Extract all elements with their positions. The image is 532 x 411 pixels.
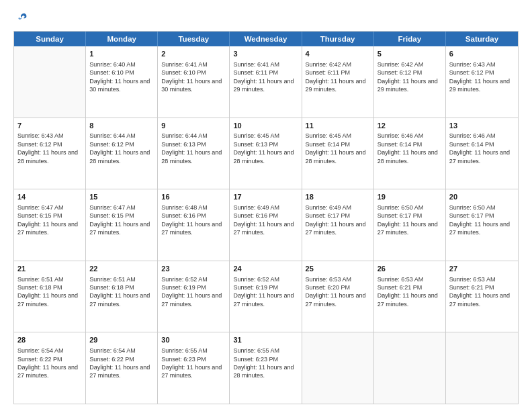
day-number: 27 <box>449 264 515 274</box>
calendar-body: 1Sunrise: 6:40 AM Sunset: 6:10 PM Daylig… <box>14 46 518 404</box>
day-info: Sunrise: 6:47 AM Sunset: 6:15 PM Dayligh… <box>17 203 82 237</box>
weekday-header-saturday: Saturday <box>446 32 518 46</box>
day-number: 13 <box>449 121 515 131</box>
day-info: Sunrise: 6:53 AM Sunset: 6:20 PM Dayligh… <box>306 275 370 309</box>
day-number: 19 <box>378 192 442 202</box>
day-cell-8: 8Sunrise: 6:44 AM Sunset: 6:12 PM Daylig… <box>86 118 158 189</box>
day-number: 11 <box>306 121 370 131</box>
day-number: 31 <box>233 335 298 345</box>
day-number: 15 <box>89 192 154 202</box>
day-cell-1: 1Sunrise: 6:40 AM Sunset: 6:10 PM Daylig… <box>86 46 158 118</box>
day-cell-10: 10Sunrise: 6:45 AM Sunset: 6:13 PM Dayli… <box>230 118 302 189</box>
day-info: Sunrise: 6:55 AM Sunset: 6:23 PM Dayligh… <box>161 347 226 380</box>
day-number: 14 <box>17 192 82 202</box>
day-number: 26 <box>378 264 442 274</box>
day-cell-3: 3Sunrise: 6:41 AM Sunset: 6:11 PM Daylig… <box>230 46 302 118</box>
day-cell-20: 20Sunrise: 6:50 AM Sunset: 6:17 PM Dayli… <box>446 189 518 261</box>
day-info: Sunrise: 6:42 AM Sunset: 6:11 PM Dayligh… <box>306 60 370 94</box>
empty-cell-r4c4 <box>302 332 374 404</box>
calendar-row-5: 28Sunrise: 6:54 AM Sunset: 6:22 PM Dayli… <box>14 332 518 404</box>
day-info: Sunrise: 6:50 AM Sunset: 6:17 PM Dayligh… <box>378 203 442 237</box>
day-cell-12: 12Sunrise: 6:46 AM Sunset: 6:14 PM Dayli… <box>374 118 446 189</box>
day-cell-9: 9Sunrise: 6:44 AM Sunset: 6:13 PM Daylig… <box>158 118 230 189</box>
empty-cell-r4c5 <box>374 332 446 404</box>
day-info: Sunrise: 6:46 AM Sunset: 6:14 PM Dayligh… <box>449 132 515 165</box>
day-info: Sunrise: 6:54 AM Sunset: 6:22 PM Dayligh… <box>89 347 154 380</box>
day-info: Sunrise: 6:45 AM Sunset: 6:14 PM Dayligh… <box>306 132 370 165</box>
day-number: 5 <box>378 49 442 59</box>
day-info: Sunrise: 6:47 AM Sunset: 6:15 PM Dayligh… <box>89 203 154 237</box>
day-number: 10 <box>233 121 298 131</box>
weekday-header-wednesday: Wednesday <box>230 32 302 46</box>
day-cell-26: 26Sunrise: 6:53 AM Sunset: 6:21 PM Dayli… <box>374 261 446 332</box>
day-cell-30: 30Sunrise: 6:55 AM Sunset: 6:23 PM Dayli… <box>158 332 230 404</box>
day-cell-23: 23Sunrise: 6:52 AM Sunset: 6:19 PM Dayli… <box>158 261 230 332</box>
day-info: Sunrise: 6:49 AM Sunset: 6:17 PM Dayligh… <box>306 203 370 237</box>
day-number: 22 <box>89 264 154 274</box>
day-info: Sunrise: 6:55 AM Sunset: 6:23 PM Dayligh… <box>233 347 298 380</box>
day-info: Sunrise: 6:45 AM Sunset: 6:13 PM Dayligh… <box>233 132 298 165</box>
day-info: Sunrise: 6:52 AM Sunset: 6:19 PM Dayligh… <box>161 275 226 309</box>
day-number: 9 <box>161 121 226 131</box>
day-info: Sunrise: 6:44 AM Sunset: 6:12 PM Dayligh… <box>89 132 154 165</box>
day-info: Sunrise: 6:43 AM Sunset: 6:12 PM Dayligh… <box>17 132 82 165</box>
day-cell-13: 13Sunrise: 6:46 AM Sunset: 6:14 PM Dayli… <box>446 118 518 189</box>
day-info: Sunrise: 6:48 AM Sunset: 6:16 PM Dayligh… <box>161 203 226 237</box>
day-info: Sunrise: 6:52 AM Sunset: 6:19 PM Dayligh… <box>233 275 298 309</box>
day-number: 18 <box>306 192 370 202</box>
day-number: 20 <box>449 192 515 202</box>
day-info: Sunrise: 6:42 AM Sunset: 6:12 PM Dayligh… <box>378 60 442 94</box>
day-cell-4: 4Sunrise: 6:42 AM Sunset: 6:11 PM Daylig… <box>302 46 374 118</box>
day-cell-17: 17Sunrise: 6:49 AM Sunset: 6:16 PM Dayli… <box>230 189 302 261</box>
weekday-header-friday: Friday <box>374 32 446 46</box>
calendar-header: SundayMondayTuesdayWednesdayThursdayFrid… <box>14 32 518 46</box>
day-cell-21: 21Sunrise: 6:51 AM Sunset: 6:18 PM Dayli… <box>14 261 86 332</box>
weekday-header-sunday: Sunday <box>14 32 86 46</box>
day-number: 1 <box>89 49 154 59</box>
page: SundayMondayTuesdayWednesdayThursdayFrid… <box>0 0 532 411</box>
calendar-row-4: 21Sunrise: 6:51 AM Sunset: 6:18 PM Dayli… <box>14 261 518 332</box>
day-number: 3 <box>233 49 298 59</box>
day-cell-15: 15Sunrise: 6:47 AM Sunset: 6:15 PM Dayli… <box>86 189 158 261</box>
empty-cell-r0c0 <box>14 46 86 118</box>
day-info: Sunrise: 6:40 AM Sunset: 6:10 PM Dayligh… <box>89 60 154 94</box>
empty-cell-r4c6 <box>446 332 518 404</box>
day-cell-29: 29Sunrise: 6:54 AM Sunset: 6:22 PM Dayli… <box>86 332 158 404</box>
day-number: 17 <box>233 192 298 202</box>
day-cell-5: 5Sunrise: 6:42 AM Sunset: 6:12 PM Daylig… <box>374 46 446 118</box>
day-number: 23 <box>161 264 226 274</box>
day-info: Sunrise: 6:51 AM Sunset: 6:18 PM Dayligh… <box>17 275 82 309</box>
day-info: Sunrise: 6:41 AM Sunset: 6:10 PM Dayligh… <box>161 60 226 94</box>
day-number: 28 <box>17 335 82 345</box>
weekday-header-thursday: Thursday <box>302 32 374 46</box>
day-number: 29 <box>89 335 154 345</box>
day-cell-24: 24Sunrise: 6:52 AM Sunset: 6:19 PM Dayli… <box>230 261 302 332</box>
day-cell-28: 28Sunrise: 6:54 AM Sunset: 6:22 PM Dayli… <box>14 332 86 404</box>
calendar-row-3: 14Sunrise: 6:47 AM Sunset: 6:15 PM Dayli… <box>14 189 518 261</box>
day-number: 12 <box>378 121 442 131</box>
day-info: Sunrise: 6:43 AM Sunset: 6:12 PM Dayligh… <box>449 60 515 94</box>
day-number: 16 <box>161 192 226 202</box>
day-number: 7 <box>17 121 82 131</box>
calendar-row-1: 1Sunrise: 6:40 AM Sunset: 6:10 PM Daylig… <box>14 46 518 118</box>
weekday-header-tuesday: Tuesday <box>158 32 230 46</box>
day-cell-19: 19Sunrise: 6:50 AM Sunset: 6:17 PM Dayli… <box>374 189 446 261</box>
day-info: Sunrise: 6:46 AM Sunset: 6:14 PM Dayligh… <box>378 132 442 165</box>
day-number: 25 <box>306 264 370 274</box>
day-cell-6: 6Sunrise: 6:43 AM Sunset: 6:12 PM Daylig… <box>446 46 518 118</box>
weekday-header-monday: Monday <box>86 32 158 46</box>
day-number: 24 <box>233 264 298 274</box>
day-cell-25: 25Sunrise: 6:53 AM Sunset: 6:20 PM Dayli… <box>302 261 374 332</box>
day-info: Sunrise: 6:54 AM Sunset: 6:22 PM Dayligh… <box>17 347 82 380</box>
day-info: Sunrise: 6:53 AM Sunset: 6:21 PM Dayligh… <box>378 275 442 309</box>
day-number: 8 <box>89 121 154 131</box>
day-cell-27: 27Sunrise: 6:53 AM Sunset: 6:21 PM Dayli… <box>446 261 518 332</box>
day-cell-14: 14Sunrise: 6:47 AM Sunset: 6:15 PM Dayli… <box>14 189 86 261</box>
day-cell-16: 16Sunrise: 6:48 AM Sunset: 6:16 PM Dayli… <box>158 189 230 261</box>
day-cell-31: 31Sunrise: 6:55 AM Sunset: 6:23 PM Dayli… <box>230 332 302 404</box>
logo-bird-icon <box>16 12 28 24</box>
day-info: Sunrise: 6:41 AM Sunset: 6:11 PM Dayligh… <box>233 60 298 94</box>
day-info: Sunrise: 6:50 AM Sunset: 6:17 PM Dayligh… <box>449 203 515 237</box>
calendar-row-2: 7Sunrise: 6:43 AM Sunset: 6:12 PM Daylig… <box>14 118 518 189</box>
day-cell-7: 7Sunrise: 6:43 AM Sunset: 6:12 PM Daylig… <box>14 118 86 189</box>
